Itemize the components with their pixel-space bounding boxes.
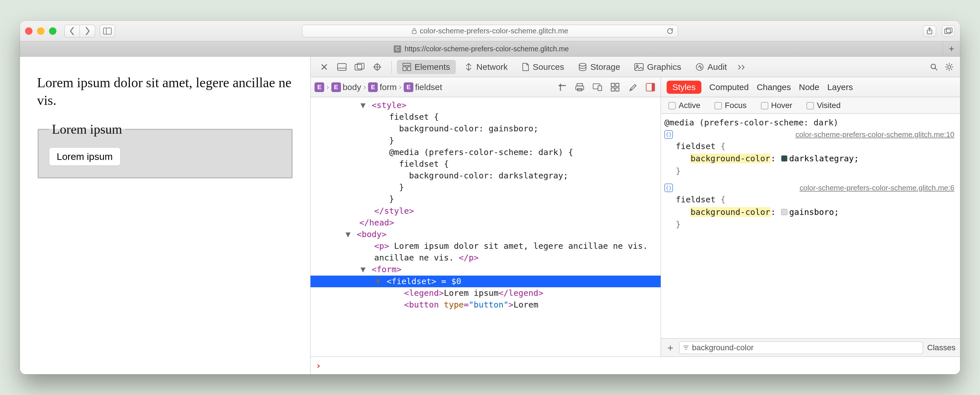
styles-filter-input[interactable]: background-color (679, 341, 923, 354)
breadcrumb-item[interactable]: Eform (368, 82, 396, 92)
source-link[interactable]: color-scheme-prefers-color-scheme.glitch… (800, 182, 955, 194)
dom-tree[interactable]: ▼ <style> fieldset { background-color: g… (310, 97, 661, 357)
styles-tab-styles[interactable]: Styles (667, 81, 702, 94)
svg-rect-27 (598, 86, 602, 91)
zoom-window-button[interactable] (49, 27, 56, 35)
tab-audit[interactable]: Audit (690, 60, 732, 74)
details-sidebar-icon[interactable] (644, 81, 657, 94)
styles-rules[interactable]: @media (prefers-color-scheme: dark) {} c… (661, 114, 960, 338)
style-rule: @media (prefers-color-scheme: dark) {} c… (664, 116, 955, 177)
elements-pane: E › Ebody › Eform › Efieldset (310, 77, 661, 357)
address-bar-text: color-scheme-prefers-color-scheme.glitch… (420, 27, 568, 35)
svg-point-18 (636, 65, 638, 67)
inspect-element-icon[interactable] (371, 61, 383, 73)
dock-side-icon[interactable] (353, 61, 366, 73)
breadcrumb-bar: E › Ebody › Eform › Efieldset (310, 77, 661, 97)
back-button[interactable] (64, 25, 80, 37)
titlebar: color-scheme-prefers-color-scheme.glitch… (20, 21, 960, 41)
tabs-overview-button[interactable] (942, 25, 955, 37)
close-inspector-button[interactable] (318, 61, 331, 73)
svg-rect-14 (403, 67, 406, 71)
inspector-main: E › Ebody › Eform › Efieldset (310, 77, 960, 357)
console-prompt[interactable]: › (310, 357, 960, 374)
network-icon (465, 63, 473, 71)
breadcrumb-root[interactable]: E (315, 82, 324, 92)
composited-borders-icon[interactable] (609, 81, 621, 94)
web-inspector: Elements Network Sources Storage Graphic… (310, 57, 960, 374)
elements-icon (402, 63, 411, 71)
reload-icon[interactable] (667, 27, 674, 35)
paint-flashing-icon[interactable] (627, 81, 639, 94)
address-bar[interactable]: color-scheme-prefers-color-scheme.glitch… (302, 25, 678, 37)
traffic-lights (25, 27, 56, 35)
console-chevron-icon: › (316, 360, 321, 371)
graphics-icon (635, 63, 644, 71)
force-pseudo-row: Active Focus Hover Visited (661, 97, 960, 114)
tab-audit-label: Audit (707, 62, 727, 72)
settings-gear-icon[interactable] (943, 61, 956, 73)
sources-icon (522, 62, 529, 72)
favicon-icon: C (394, 45, 401, 53)
storage-icon (578, 63, 587, 71)
nav-arrows (64, 25, 95, 37)
force-hover[interactable]: Hover (761, 101, 792, 110)
stylesheet-icon: {} (664, 183, 673, 192)
browser-tab[interactable]: C https://color-scheme-prefers-color-sch… (20, 41, 943, 56)
tab-graphics-label: Graphics (647, 62, 681, 72)
force-focus[interactable]: Focus (714, 101, 746, 110)
search-icon[interactable] (928, 61, 940, 73)
tab-elements[interactable]: Elements (397, 60, 456, 74)
dock-bottom-icon[interactable] (336, 61, 348, 73)
rulers-icon[interactable] (556, 81, 568, 94)
styles-tab-computed[interactable]: Computed (710, 82, 749, 92)
content-split: Lorem ipsum dolor sit amet, legere ancil… (20, 57, 960, 374)
tab-network[interactable]: Network (459, 60, 513, 74)
overflow-chevron-icon[interactable] (735, 61, 748, 73)
styles-pane: Styles Computed Changes Node Layers Acti… (661, 77, 960, 357)
tab-storage[interactable]: Storage (573, 60, 626, 74)
svg-rect-13 (403, 63, 411, 65)
styles-tab-changes[interactable]: Changes (757, 82, 791, 92)
new-rule-button[interactable]: ＋ (665, 341, 675, 354)
new-tab-button[interactable]: + (943, 41, 960, 56)
svg-rect-31 (616, 88, 619, 91)
svg-rect-5 (947, 28, 952, 32)
minimize-window-button[interactable] (37, 27, 45, 35)
breadcrumb-item[interactable]: Efieldset (404, 82, 442, 92)
safari-window: color-scheme-prefers-color-scheme.glitch… (20, 21, 960, 374)
sidebar-toggle-button[interactable] (100, 25, 115, 37)
color-swatch[interactable] (781, 209, 788, 215)
titlebar-right (923, 25, 955, 37)
close-window-button[interactable] (25, 27, 32, 35)
tab-network-label: Network (476, 62, 508, 72)
svg-rect-23 (577, 83, 582, 86)
svg-rect-4 (945, 29, 950, 33)
browser-tab-strip: C https://color-scheme-prefers-color-sch… (20, 41, 960, 57)
tab-graphics[interactable]: Graphics (629, 60, 687, 74)
classes-toggle-button[interactable]: Classes (927, 343, 956, 352)
dom-selected-node: ▼ <fieldset> = $0 (310, 276, 661, 287)
styles-footer: ＋ background-color Classes (661, 338, 960, 357)
styles-pane-tabs: Styles Computed Changes Node Layers (661, 77, 960, 97)
print-styles-icon[interactable] (573, 81, 586, 94)
rendered-page: Lorem ipsum dolor sit amet, legere ancil… (20, 57, 310, 374)
page-button[interactable]: Lorem ipsum (49, 147, 121, 166)
color-swatch[interactable] (781, 155, 788, 162)
media-emulation-icon[interactable] (591, 81, 604, 94)
svg-rect-30 (611, 88, 614, 91)
browser-tab-title: https://color-scheme-prefers-color-schem… (404, 45, 569, 53)
share-button[interactable] (923, 25, 936, 37)
force-active[interactable]: Active (668, 101, 700, 110)
force-visited[interactable]: Visited (807, 101, 841, 110)
breadcrumb-item[interactable]: Ebody (331, 82, 361, 92)
forward-button[interactable] (80, 25, 95, 37)
filter-icon (683, 344, 689, 351)
styles-tab-node[interactable]: Node (799, 82, 819, 92)
stylesheet-icon: {} (664, 130, 673, 139)
lock-icon (412, 28, 417, 34)
svg-rect-24 (576, 86, 584, 89)
source-link[interactable]: color-scheme-prefers-color-scheme.glitch… (795, 129, 955, 140)
page-legend: Lorem ipsum (49, 121, 125, 138)
styles-tab-layers[interactable]: Layers (827, 82, 853, 92)
tab-sources[interactable]: Sources (516, 60, 570, 74)
